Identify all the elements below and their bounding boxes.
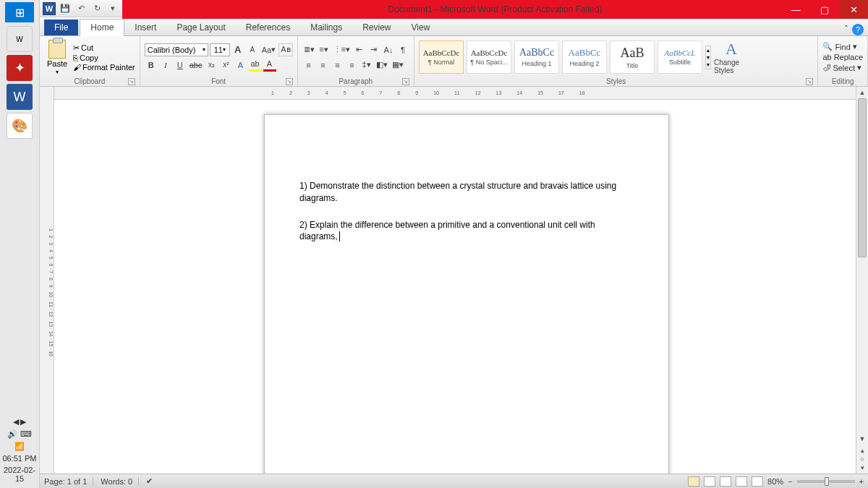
maximize-button[interactable]: ▢ (810, 0, 839, 19)
scroll-up-icon[interactable]: ▲ (856, 87, 868, 98)
style-subtitle[interactable]: AaBbCcLSubtitle (658, 40, 702, 74)
find-button[interactable]: 🔍Find ▾ (822, 42, 863, 51)
numbering-button[interactable]: ≡▾ (318, 43, 331, 56)
tray-time[interactable]: 06:51 PM (1, 454, 38, 463)
status-page[interactable]: Page: 1 of 1 (44, 477, 93, 486)
document-canvas[interactable]: 1) Demonstrate the distinction between a… (54, 100, 856, 474)
strike-button[interactable]: abc (188, 59, 204, 72)
text-effects-button[interactable]: A (234, 59, 247, 72)
paragraph-launcher-icon[interactable]: ↘ (402, 78, 409, 85)
view-draft-icon[interactable] (752, 476, 763, 487)
highlight-button[interactable]: ab (249, 59, 262, 72)
align-center-button[interactable]: ≡ (317, 59, 330, 72)
grow-font-button[interactable]: A (231, 43, 244, 56)
tab-file[interactable]: File (44, 20, 78, 35)
font-color-button[interactable]: A (263, 59, 276, 72)
taskbar-app-paint[interactable]: 🎨 (7, 113, 33, 139)
font-launcher-icon[interactable]: ↘ (286, 78, 293, 85)
shading-button[interactable]: ◧▾ (375, 59, 389, 72)
status-words[interactable]: Words: 0 (101, 477, 139, 486)
tab-references[interactable]: References (236, 20, 300, 35)
taskbar-app-word[interactable]: W (7, 84, 33, 110)
style-heading2[interactable]: AaBbCcHeading 2 (562, 40, 607, 74)
view-print-layout-icon[interactable] (688, 476, 699, 487)
copy-button[interactable]: ⎘Copy (73, 53, 135, 62)
horizontal-ruler[interactable]: 1234567891011121314151718 (54, 87, 856, 100)
tab-view[interactable]: View (401, 20, 441, 35)
vertical-scrollbar[interactable]: ▲ ▼ ▴ ○ ▾ (856, 87, 868, 474)
zoom-level[interactable]: 80% (767, 477, 783, 486)
align-left-button[interactable]: ≡ (302, 59, 315, 72)
line-spacing-button[interactable]: ‡▾ (360, 59, 373, 72)
change-styles-button[interactable]: A Change Styles (714, 40, 749, 74)
tray-left-icon[interactable]: ◀ (13, 417, 19, 427)
format-painter-button[interactable]: 🖌Format Painter (73, 63, 135, 72)
view-web-icon[interactable] (720, 476, 731, 487)
tray-volume-icon[interactable]: 🔊 ⌨ (1, 429, 38, 439)
borders-button[interactable]: ▦▾ (391, 59, 405, 72)
view-full-screen-icon[interactable] (704, 476, 715, 487)
tab-home[interactable]: Home (80, 19, 124, 36)
qat-redo-icon[interactable]: ↻ (90, 2, 103, 15)
replace-button[interactable]: abReplace (822, 53, 863, 61)
taskbar-app-acrobat[interactable]: ✦ (7, 55, 33, 81)
increase-indent-button[interactable]: ⇥ (367, 43, 380, 56)
tray-right-icon[interactable]: ▶ (20, 417, 26, 427)
style-title[interactable]: AaBTitle (610, 40, 655, 74)
scroll-thumb[interactable] (858, 98, 867, 257)
zoom-out-icon[interactable]: − (788, 477, 792, 486)
zoom-slider[interactable] (797, 480, 855, 483)
styles-launcher-icon[interactable]: ↘ (806, 78, 813, 85)
tab-mailings[interactable]: Mailings (300, 20, 352, 35)
tray-network-icon[interactable]: 📶 (1, 442, 38, 451)
clipboard-launcher-icon[interactable]: ↘ (128, 78, 135, 85)
subscript-button[interactable]: x₂ (205, 59, 218, 72)
browse-object-icon[interactable]: ○ (860, 455, 864, 463)
shrink-font-button[interactable]: A (246, 43, 259, 56)
view-outline-icon[interactable] (736, 476, 747, 487)
align-right-button[interactable]: ≡ (331, 59, 344, 72)
status-proofing-icon[interactable]: ✔ (146, 476, 153, 486)
next-page-icon[interactable]: ▾ (861, 464, 864, 471)
tab-review[interactable]: Review (352, 20, 401, 35)
style-no-spacing[interactable]: AaBbCcDc¶ No Spaci... (467, 40, 511, 74)
style-heading1[interactable]: AaBbCcHeading 1 (514, 40, 559, 74)
page[interactable]: 1) Demonstrate the distinction between a… (264, 114, 669, 474)
scroll-down-icon[interactable]: ▼ (856, 433, 868, 445)
sort-button[interactable]: A↓ (382, 43, 395, 56)
style-normal[interactable]: AaBbCcDc¶ Normal (419, 40, 464, 74)
word-app-icon[interactable]: W (43, 2, 56, 15)
show-marks-button[interactable]: ¶ (396, 43, 409, 56)
help-icon[interactable]: ? (852, 24, 864, 35)
qat-save-icon[interactable]: 💾 (59, 2, 72, 15)
paste-button[interactable]: Paste ▾ (44, 40, 70, 75)
font-name-combo[interactable]: Calibri (Body)▾ (145, 43, 208, 56)
ribbon-minimize-icon[interactable]: ˆ (845, 25, 848, 35)
justify-button[interactable]: ≡ (346, 59, 359, 72)
superscript-button[interactable]: x² (220, 59, 233, 72)
multilevel-button[interactable]: ⋮≡▾ (332, 43, 352, 56)
qat-customize-icon[interactable]: ▾ (106, 2, 119, 15)
bold-button[interactable]: B (145, 59, 158, 72)
tab-insert[interactable]: Insert (124, 20, 166, 35)
tab-page-layout[interactable]: Page Layout (166, 20, 235, 35)
qat-undo-icon[interactable]: ↶ (75, 2, 88, 15)
vertical-ruler[interactable]: · 1 · 2 · 3 · 4 · 5 · 6 · 7 · 8 · 9 · 10… (40, 87, 54, 474)
styles-gallery-scroll[interactable]: ▴▾▾ (705, 46, 711, 69)
decrease-indent-button[interactable]: ⇤ (353, 43, 366, 56)
minimize-button[interactable]: — (781, 0, 810, 19)
clear-format-button[interactable]: Aʙ (278, 43, 292, 56)
cut-button[interactable]: ✂Cut (73, 43, 135, 53)
taskbar-app-word-small[interactable]: W (7, 26, 33, 52)
close-button[interactable]: ✕ (839, 0, 868, 19)
font-size-combo[interactable]: 11▾ (210, 43, 230, 56)
change-case-button[interactable]: Aa▾ (260, 43, 277, 56)
bullets-button[interactable]: ≣▾ (302, 43, 316, 56)
tray-date[interactable]: 2022-02-15 (1, 466, 38, 483)
select-button[interactable]: ⮰Select ▾ (822, 63, 863, 72)
prev-page-icon[interactable]: ▴ (861, 447, 864, 454)
italic-button[interactable]: I (159, 59, 172, 72)
start-button[interactable]: ⊞ (5, 2, 34, 22)
zoom-in-icon[interactable]: + (859, 477, 864, 486)
underline-button[interactable]: U (174, 59, 187, 72)
